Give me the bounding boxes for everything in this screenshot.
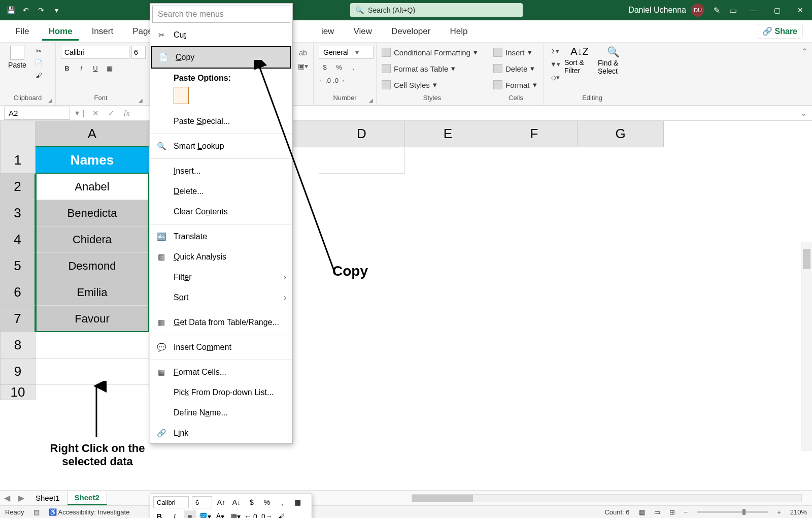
mini-currency-button[interactable]: $ bbox=[246, 496, 258, 508]
increase-font-icon[interactable]: A↑ bbox=[215, 496, 227, 508]
tab-view[interactable]: View bbox=[347, 22, 378, 41]
clear-icon[interactable]: ◇▾ bbox=[549, 72, 561, 82]
col-head-a[interactable]: A bbox=[36, 121, 149, 147]
user-name[interactable]: Daniel Uchenna bbox=[628, 6, 686, 15]
dialog-launcher-icon[interactable]: ◢ bbox=[48, 98, 52, 103]
paste-button[interactable]: Paste bbox=[5, 46, 29, 69]
fx-icon[interactable]: fx bbox=[124, 109, 130, 118]
row-head[interactable]: 2 bbox=[0, 174, 36, 200]
paste-option-icon[interactable] bbox=[174, 87, 189, 104]
cell-a6[interactable]: Emilia bbox=[36, 279, 149, 306]
col-head-g[interactable]: G bbox=[578, 121, 664, 147]
next-sheet-icon[interactable]: ▶ bbox=[14, 493, 28, 503]
expand-formula-bar-icon[interactable]: ⌄ bbox=[795, 108, 812, 118]
row-head[interactable]: 10 bbox=[0, 385, 36, 400]
accessibility-status[interactable]: ♿ Accessibility: Investigate bbox=[49, 508, 130, 516]
enter-formula-icon[interactable]: ✓ bbox=[108, 109, 115, 118]
search-input[interactable]: 🔍 Search (Alt+Q) bbox=[350, 3, 523, 17]
format-cells-button[interactable]: Format ▾ bbox=[493, 78, 537, 91]
conditional-formatting-button[interactable]: Conditional Formatting ▾ bbox=[382, 46, 478, 59]
zoom-in-icon[interactable]: + bbox=[777, 508, 781, 516]
mini-percent-button[interactable]: % bbox=[261, 496, 273, 508]
font-size-combo[interactable]: 6 bbox=[131, 46, 146, 59]
tab-home[interactable]: Home bbox=[42, 22, 78, 41]
italic-button[interactable]: I bbox=[75, 63, 87, 73]
row-head[interactable]: 8 bbox=[0, 332, 36, 359]
stats-icon[interactable]: ▤ bbox=[33, 508, 40, 516]
ribbon-collapse-icon[interactable]: ⌃ bbox=[797, 43, 812, 105]
row-head[interactable]: 5 bbox=[0, 253, 36, 279]
mini-bold-button[interactable]: B bbox=[153, 510, 165, 518]
cell-styles-button[interactable]: Cell Styles ▾ bbox=[382, 78, 437, 91]
mini-font-color-button[interactable]: A▾ bbox=[214, 510, 226, 518]
borders-button[interactable]: ▦ bbox=[104, 63, 116, 73]
row-head[interactable]: 9 bbox=[0, 359, 36, 385]
tab-review-partial[interactable]: iew bbox=[315, 22, 341, 41]
prev-sheet-icon[interactable]: ◀ bbox=[0, 493, 14, 503]
view-page-break-icon[interactable]: ⊞ bbox=[669, 508, 675, 516]
tab-help[interactable]: Help bbox=[444, 22, 473, 41]
tab-insert[interactable]: Insert bbox=[86, 22, 120, 41]
ctx-format-cells[interactable]: ▦Format Cells... bbox=[150, 362, 292, 382]
mini-italic-button[interactable]: I bbox=[168, 510, 181, 518]
ctx-insert-comment[interactable]: 💬Insert Comment bbox=[150, 337, 292, 358]
mini-borders-button[interactable]: ▦▾ bbox=[229, 510, 242, 518]
share-button[interactable]: 🔗 Share bbox=[757, 24, 803, 39]
save-icon[interactable]: 💾 bbox=[5, 5, 16, 16]
wrap-text-icon[interactable]: ab bbox=[299, 49, 307, 57]
bold-button[interactable]: B bbox=[61, 63, 73, 73]
mini-table-icon[interactable]: ▦ bbox=[291, 496, 303, 508]
horizontal-scrollbar[interactable] bbox=[412, 494, 802, 502]
mini-inc-decimal-button[interactable]: ←.0 bbox=[245, 510, 257, 518]
dialog-launcher-icon[interactable]: ◢ bbox=[369, 98, 373, 103]
vertical-scrollbar[interactable] bbox=[801, 242, 812, 451]
redo-icon[interactable]: ↷ bbox=[36, 5, 47, 16]
font-name-combo[interactable]: Calibri bbox=[61, 46, 129, 59]
row-head[interactable]: 4 bbox=[0, 226, 36, 253]
mini-dec-decimal-button[interactable]: .0→ bbox=[260, 510, 272, 518]
cell-a1[interactable]: Names bbox=[36, 147, 149, 174]
mini-fill-color-button[interactable]: 🪣▾ bbox=[199, 510, 211, 518]
cell-a3[interactable]: Benedicta bbox=[36, 200, 149, 226]
insert-cells-button[interactable]: Insert ▾ bbox=[493, 46, 532, 59]
ctx-cut[interactable]: ✂Cut bbox=[150, 25, 292, 45]
cut-icon[interactable]: ✂ bbox=[32, 46, 45, 56]
row-head[interactable]: 1 bbox=[0, 147, 36, 174]
avatar[interactable]: DU bbox=[691, 4, 704, 17]
minimize-button[interactable]: — bbox=[742, 0, 765, 20]
cancel-formula-icon[interactable]: ✕ bbox=[92, 109, 99, 118]
mini-align-center-button[interactable]: ≡ bbox=[184, 510, 196, 518]
zoom-slider[interactable] bbox=[697, 511, 768, 513]
ctx-define-name[interactable]: Define Name... bbox=[150, 403, 292, 423]
pen-icon[interactable]: ✎ bbox=[714, 6, 720, 15]
context-menu-search[interactable]: Search the menus bbox=[152, 6, 290, 23]
zoom-level[interactable]: 210% bbox=[790, 508, 807, 516]
tab-developer[interactable]: Developer bbox=[385, 22, 437, 41]
ctx-link[interactable]: 🔗Link bbox=[150, 423, 292, 443]
view-normal-icon[interactable]: ▦ bbox=[639, 508, 645, 516]
zoom-out-icon[interactable]: − bbox=[684, 508, 688, 516]
cell-a4[interactable]: Chidera bbox=[36, 226, 149, 253]
ctx-pick-list[interactable]: Pick From Drop-down List... bbox=[150, 382, 292, 403]
sheet-tab-sheet2[interactable]: Sheet2 bbox=[67, 491, 107, 505]
underline-button[interactable]: U bbox=[89, 63, 101, 73]
tab-file[interactable]: File bbox=[9, 22, 35, 41]
ctx-get-data[interactable]: ▦Get Data from Table/Range... bbox=[150, 312, 292, 333]
maximize-button[interactable]: ▢ bbox=[765, 0, 789, 20]
undo-icon[interactable]: ↶ bbox=[20, 5, 31, 16]
sort-filter-button[interactable]: A↓Z Sort & Filter bbox=[564, 46, 595, 75]
row-head[interactable]: 6 bbox=[0, 279, 36, 306]
view-page-layout-icon[interactable]: ▭ bbox=[654, 508, 660, 516]
mini-size-combo[interactable]: 6 bbox=[192, 496, 212, 508]
delete-cells-button[interactable]: Delete ▾ bbox=[493, 62, 534, 75]
cell-a7[interactable]: Favour bbox=[36, 306, 149, 332]
comma-button[interactable]: , bbox=[347, 62, 359, 72]
decrease-font-icon[interactable]: A↓ bbox=[230, 496, 243, 508]
autosum-icon[interactable]: Σ▾ bbox=[549, 46, 561, 56]
format-as-table-button[interactable]: Format as Table ▾ bbox=[382, 62, 455, 75]
fill-icon[interactable]: ▼▾ bbox=[549, 59, 561, 69]
ribbon-mode-icon[interactable]: ▭ bbox=[729, 6, 737, 15]
name-box-dropdown-icon[interactable]: ▾ bbox=[72, 108, 82, 118]
sheet-tab-sheet1[interactable]: Sheet1 bbox=[28, 492, 67, 504]
mini-format-painter-icon[interactable]: 🖌 bbox=[275, 510, 287, 518]
